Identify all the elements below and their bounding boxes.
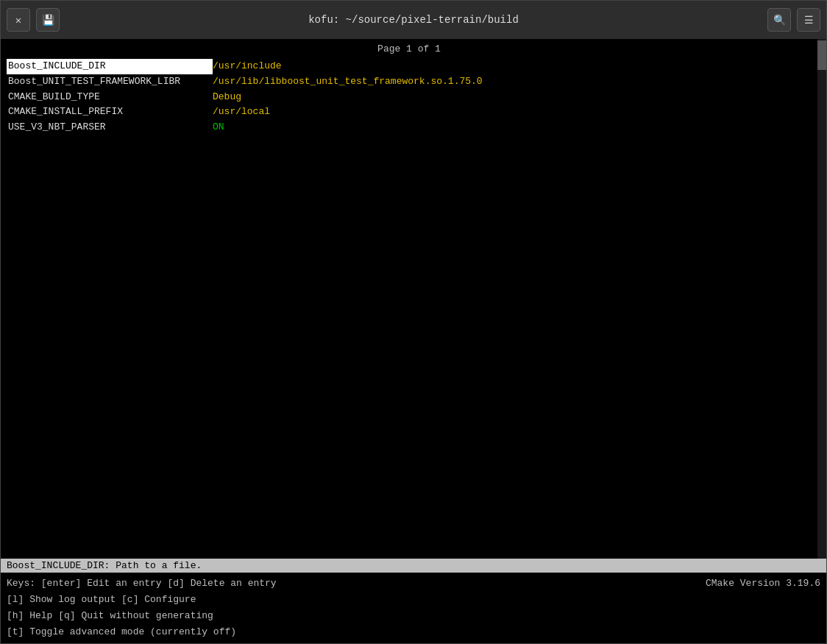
window-title: kofu: ~/source/pixel-terrain/build xyxy=(65,14,762,26)
menu-icon: ☰ xyxy=(804,14,814,26)
cmake-row[interactable]: CMAKE_INSTALL_PREFIX/usr/local xyxy=(7,105,812,120)
close-icon: ✕ xyxy=(15,14,21,26)
keys-row-1: Keys: [enter] Edit an entry [d] Delete a… xyxy=(7,576,820,592)
cmake-value: /usr/lib/libboost_unit_test_framework.so… xyxy=(213,74,812,90)
cmake-row[interactable]: Boost_INCLUDE_DIR/usr/include xyxy=(7,59,812,74)
cmake-row[interactable]: Boost_UNIT_TEST_FRAMEWORK_LIBR/usr/lib/l… xyxy=(7,74,812,90)
keys-row1-right: CMake Version 3.19.6 xyxy=(706,576,820,592)
keys-row2-left: [l] Show log output [c] Configure xyxy=(7,592,196,608)
search-button[interactable]: 🔍 xyxy=(767,8,791,32)
scrollbar-thumb[interactable] xyxy=(817,40,826,70)
content-area: Page 1 of 1 Boost_INCLUDE_DIR/usr/includ… xyxy=(1,39,826,559)
cmake-key: Boost_INCLUDE_DIR xyxy=(7,59,213,74)
status-bar: Boost_INCLUDE_DIR: Path to a file. xyxy=(1,559,826,573)
cmake-value: ON xyxy=(213,120,812,135)
titlebar-right-buttons: 🔍 ☰ xyxy=(767,8,820,32)
cmake-row[interactable]: CMAKE_BUILD_TYPEDebug xyxy=(7,90,812,105)
keys-bar: Keys: [enter] Edit an entry [d] Delete a… xyxy=(1,573,826,643)
cmake-key: USE_V3_NBT_PARSER xyxy=(7,120,213,135)
close-button[interactable]: ✕ xyxy=(7,8,30,32)
terminal-window: ✕ 💾 kofu: ~/source/pixel-terrain/build 🔍… xyxy=(0,0,827,644)
keys-row4-left: [t] Toggle advanced mode (currently off) xyxy=(7,624,236,640)
search-icon: 🔍 xyxy=(773,14,786,26)
keys-row3-left: [h] Help [q] Quit without generating xyxy=(7,608,213,624)
page-indicator: Page 1 of 1 xyxy=(7,43,812,54)
keys-row-4: [t] Toggle advanced mode (currently off) xyxy=(7,624,820,640)
titlebar: ✕ 💾 kofu: ~/source/pixel-terrain/build 🔍… xyxy=(1,1,826,39)
cmake-value: /usr/include xyxy=(213,59,812,74)
menu-button[interactable]: ☰ xyxy=(797,8,820,32)
keys-row1-left: Keys: [enter] Edit an entry [d] Delete a… xyxy=(7,576,277,592)
keys-row-3: [h] Help [q] Quit without generating xyxy=(7,608,820,624)
scrollbar[interactable] xyxy=(817,39,826,559)
cmake-value: Debug xyxy=(213,90,812,105)
save-button[interactable]: 💾 xyxy=(36,8,60,32)
cmake-table: Boost_INCLUDE_DIR/usr/includeBoost_UNIT_… xyxy=(7,59,812,135)
cmake-value: /usr/local xyxy=(213,105,812,120)
cmake-row[interactable]: USE_V3_NBT_PARSERON xyxy=(7,120,812,135)
cmake-main-content: Page 1 of 1 Boost_INCLUDE_DIR/usr/includ… xyxy=(1,39,817,559)
cmake-key: CMAKE_BUILD_TYPE xyxy=(7,90,213,105)
keys-row-2: [l] Show log output [c] Configure xyxy=(7,592,820,608)
cmake-key: CMAKE_INSTALL_PREFIX xyxy=(7,105,213,120)
save-icon: 💾 xyxy=(42,14,54,26)
cmake-key: Boost_UNIT_TEST_FRAMEWORK_LIBR xyxy=(7,74,213,90)
